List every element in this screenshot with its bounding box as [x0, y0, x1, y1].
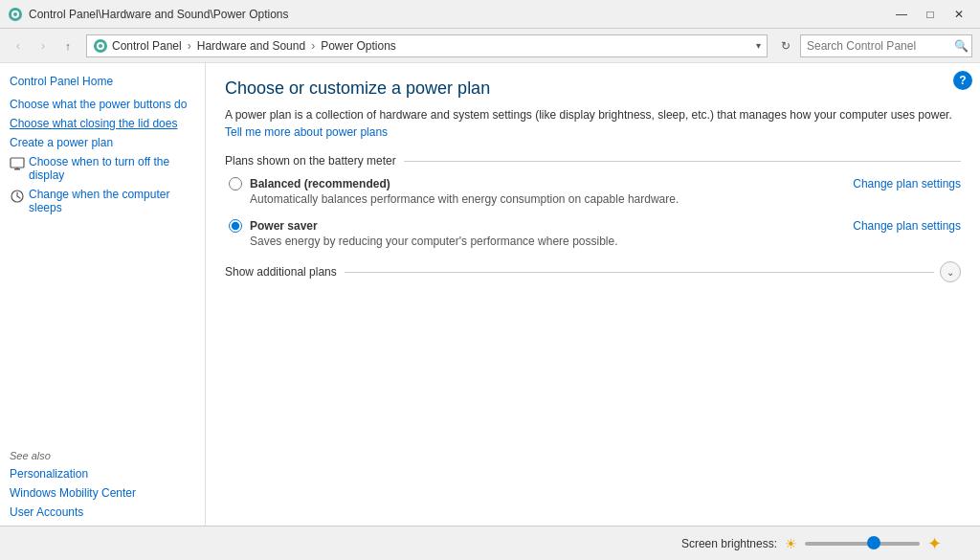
breadcrumb-part2[interactable]: Hardware and Sound [197, 39, 305, 53]
search-input[interactable] [807, 39, 950, 53]
expand-plans-button[interactable]: ⌄ [940, 261, 961, 282]
up-button[interactable]: ↑ [57, 35, 78, 56]
page-title: Choose or customize a power plan [225, 78, 961, 99]
section-divider [404, 161, 961, 162]
help-button[interactable]: ? [953, 71, 972, 90]
additional-plans-divider [345, 272, 934, 273]
sidebar-sleeps-link[interactable]: Change when the computer sleeps [29, 188, 195, 214]
minimize-button[interactable]: — [888, 5, 915, 24]
plan-balanced-header: Balanced (recommended) Change plan setti… [229, 177, 961, 190]
additional-plans-row: Show additional plans ⌄ [225, 261, 961, 282]
sidebar-item-closing-lid[interactable]: Choose what closing the lid does [10, 117, 195, 130]
additional-plans-label: Show additional plans [225, 265, 337, 279]
plan-power-saver: Power saver Change plan settings Saves e… [225, 219, 961, 248]
refresh-button[interactable]: ↻ [775, 35, 796, 56]
plan-balanced-name: Balanced (recommended) [250, 177, 390, 190]
learn-more-link[interactable]: Tell me more about power plans [225, 125, 388, 139]
back-button[interactable]: ‹ [8, 35, 29, 56]
sidebar-mobility-center[interactable]: Windows Mobility Center [10, 486, 195, 500]
plan-power-saver-name-row: Power saver [229, 219, 318, 233]
brightness-high-icon: ✦ [927, 533, 942, 554]
svg-rect-7 [14, 168, 20, 170]
sidebar-personalization[interactable]: Personalization [10, 467, 195, 481]
title-bar: Control Panel\Hardware and Sound\Power O… [0, 0, 980, 29]
search-box[interactable]: 🔍 [800, 34, 972, 57]
bottom-bar: Screen brightness: ☀ ✦ [0, 526, 980, 560]
brightness-slider[interactable] [805, 542, 920, 546]
breadcrumb-part3[interactable]: Power Options [321, 39, 396, 53]
radio-power-saver[interactable] [229, 219, 242, 233]
section-label: Plans shown on the battery meter [225, 154, 396, 168]
content-area: Control Panel Home Choose what the power… [0, 63, 980, 536]
breadcrumb-sep2: › [311, 39, 315, 53]
brightness-thumb [867, 536, 880, 549]
sidebar: Control Panel Home Choose what the power… [0, 63, 206, 536]
window-controls: — □ ✕ [888, 5, 972, 24]
brightness-label: Screen brightness: [681, 537, 777, 550]
plan-power-saver-desc: Saves energy by reducing your computer's… [250, 235, 961, 248]
svg-point-2 [13, 12, 17, 16]
window-icon [8, 7, 23, 22]
main-panel: ? Choose or customize a power plan A pow… [206, 63, 980, 536]
plan-balanced-name-row: Balanced (recommended) [229, 177, 390, 190]
sidebar-turn-off-link[interactable]: Choose when to turn off the display [29, 155, 195, 182]
window-title: Control Panel\Hardware and Sound\Power O… [29, 8, 888, 21]
svg-point-5 [99, 44, 102, 48]
svg-rect-6 [11, 158, 24, 168]
change-plan-balanced-link[interactable]: Change plan settings [853, 177, 961, 190]
plan-power-saver-name: Power saver [250, 219, 318, 233]
see-also-label: See also [10, 450, 195, 461]
maximize-button[interactable]: □ [917, 5, 944, 24]
plan-balanced-desc: Automatically balances performance with … [250, 192, 961, 206]
sidebar-user-accounts[interactable]: User Accounts [10, 505, 195, 519]
forward-button[interactable]: › [33, 35, 54, 56]
search-icon[interactable]: 🔍 [954, 39, 969, 53]
page-description: A power plan is a collection of hardware… [225, 106, 961, 141]
brightness-low-icon: ☀ [785, 536, 797, 551]
address-dropdown[interactable]: ▾ [756, 40, 761, 51]
close-button[interactable]: ✕ [946, 5, 972, 24]
radio-balanced[interactable] [229, 177, 242, 190]
address-bar[interactable]: Control Panel › Hardware and Sound › Pow… [86, 34, 768, 57]
plan-balanced: Balanced (recommended) Change plan setti… [225, 177, 961, 206]
sidebar-item-create-plan[interactable]: Create a power plan [10, 136, 195, 149]
change-plan-power-saver-link[interactable]: Change plan settings [853, 219, 961, 233]
address-icon [93, 38, 108, 54]
nav-bar: ‹ › ↑ Control Panel › Hardware and Sound… [0, 29, 980, 63]
sidebar-item-computer-sleeps[interactable]: Change when the computer sleeps [10, 188, 195, 214]
sidebar-item-turn-off-display[interactable]: Choose when to turn off the display [10, 155, 195, 182]
breadcrumb-part1[interactable]: Control Panel [112, 39, 182, 53]
breadcrumb-sep1: › [188, 39, 191, 53]
sleep-icon [10, 189, 25, 204]
sidebar-home-link[interactable]: Control Panel Home [10, 75, 195, 88]
display-icon [10, 156, 25, 171]
plan-power-saver-header: Power saver Change plan settings [229, 219, 961, 233]
sidebar-item-power-buttons[interactable]: Choose what the power buttons do [10, 98, 195, 111]
section-header: Plans shown on the battery meter [225, 154, 961, 168]
